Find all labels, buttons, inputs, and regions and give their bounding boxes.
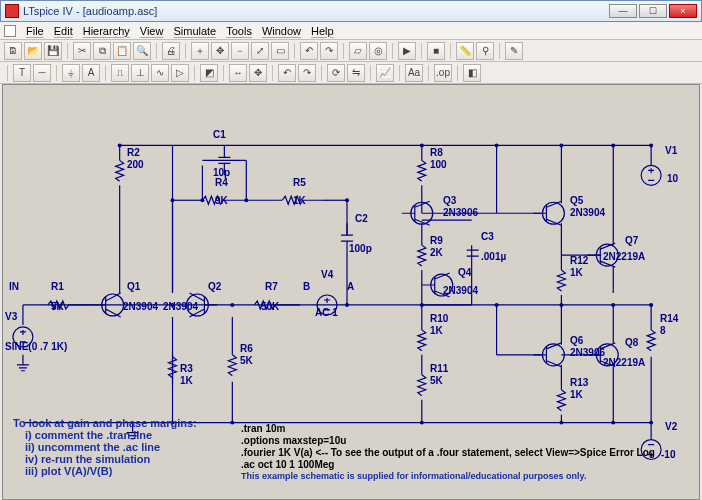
disclaimer: This example schematic is supplied for i… [241,471,586,481]
des-v4: V4 [321,269,333,280]
des-q6: Q6 [570,335,583,346]
tool-undo-button[interactable]: ↶ [300,42,318,60]
val-q6: 2N3906 [570,347,605,358]
toolbar-separator [56,65,57,81]
maximize-button[interactable]: ☐ [639,4,667,18]
tool-op-button[interactable]: .op [434,64,452,82]
toolbar-separator [399,65,400,81]
tool-ruler-button[interactable]: 📏 [456,42,474,60]
val-r8: 100 [430,159,447,170]
des-r1: R1 [51,281,64,292]
tool-move-button[interactable]: ↔ [229,64,247,82]
tool-rot-button[interactable]: ⟳ [327,64,345,82]
tool-undo-button[interactable]: ↶ [278,64,296,82]
svg-point-6 [171,198,175,202]
toolbar-separator [428,65,429,81]
val-r4: 9K [215,195,228,206]
tool-find-button[interactable]: 🔍 [133,42,151,60]
tool-label-button[interactable]: A [82,64,100,82]
toolbar-separator [457,65,458,81]
tool-diode-button[interactable]: ▷ [171,64,189,82]
tool-zoom-in-button[interactable]: ＋ [191,42,209,60]
tool-wire-button[interactable]: ─ [33,64,51,82]
tool-res-button[interactable]: ⎍ [111,64,129,82]
tool-cap-button[interactable]: ⊥ [131,64,149,82]
des-c3: C3 [481,231,494,242]
tool-txt-button[interactable]: Aa [405,64,423,82]
tool-copy-button[interactable]: ⧉ [93,42,111,60]
tool-probe-button[interactable]: ⚲ [476,42,494,60]
tool-plot-button[interactable]: 📈 [376,64,394,82]
toolbar-separator [343,43,344,59]
menubar[interactable]: File Edit Hierarchy View Simulate Tools … [0,22,702,40]
tool-comp-button[interactable]: ◩ [200,64,218,82]
des-c1: C1 [213,129,226,140]
svg-point-19 [230,421,234,425]
tool-print-button[interactable]: 🖨 [162,42,180,60]
note-line-2: ii) uncomment the .ac line [25,441,160,453]
tool-redo-button[interactable]: ↷ [320,42,338,60]
menu-simulate[interactable]: Simulate [169,25,220,37]
toolbar-row-1[interactable]: 🗎📂💾✂⧉📋🔍🖨＋✥－⤢▭↶↷▱◎▶■📏⚲✎ [0,40,702,62]
tool-ind-button[interactable]: ∿ [151,64,169,82]
tool-hier-button[interactable]: ◧ [463,64,481,82]
spice-dir-3: .fourier 1K V(a) <-- To see the output o… [241,447,655,458]
tool-drag-button[interactable]: ✥ [249,64,267,82]
net-a: A [347,281,354,292]
toolbar-separator [421,43,422,59]
tool-open-button[interactable]: 📂 [24,42,42,60]
toolbar-separator [185,43,186,59]
tool-zoom-rect-button[interactable]: ▭ [271,42,289,60]
tool-gnd-button[interactable]: ⏚ [62,64,80,82]
val-q4: 2N3904 [443,285,478,296]
schematic-canvas[interactable]: IN B A R2 200 C1 10p R4 9K R5 1K R8 100 … [2,84,700,500]
toolbar-separator [272,65,273,81]
val-r1: 5K [51,301,64,312]
tool-run-button[interactable]: ▶ [398,42,416,60]
val-q3: 2N3906 [443,207,478,218]
des-v1: V1 [665,145,677,156]
svg-point-23 [649,421,653,425]
menu-view[interactable]: View [136,25,168,37]
toolbar-separator [7,65,8,81]
tool-mir-button[interactable]: ⇋ [347,64,365,82]
tool-cut-button[interactable]: ✂ [73,42,91,60]
svg-point-4 [611,143,615,147]
val-r12: 1K [570,267,583,278]
val-r14: 8 [660,325,666,336]
val-v3: SINE(0 .7 1K) [5,341,67,352]
menu-help[interactable]: Help [307,25,338,37]
des-r9: R9 [430,235,443,246]
tool-redo-button[interactable]: ↷ [298,64,316,82]
toolbar-separator [321,65,322,81]
menu-edit[interactable]: Edit [50,25,77,37]
val-r2: 200 [127,159,144,170]
tool-save-button[interactable]: 💾 [44,42,62,60]
menu-tools[interactable]: Tools [222,25,256,37]
tool-notes-button[interactable]: ✎ [505,42,523,60]
toolbar-row-2[interactable]: T─⏚A⎍⊥∿▷◩↔✥↶↷⟳⇋📈Aa.op◧ [0,62,702,84]
minimize-button[interactable]: — [609,4,637,18]
menu-window[interactable]: Window [258,25,305,37]
des-r2: R2 [127,147,140,158]
svg-point-3 [559,143,563,147]
tool-text-button[interactable]: T [13,64,31,82]
tool-zoom-out-button[interactable]: － [231,42,249,60]
tool-zoom-fit-button[interactable]: ⤢ [251,42,269,60]
tool-sel-button[interactable]: ▱ [349,42,367,60]
val-v2: -10 [661,449,675,460]
tool-paste-button[interactable]: 📋 [113,42,131,60]
tool-pan-button[interactable]: ✥ [211,42,229,60]
svg-point-21 [559,421,563,425]
menu-file[interactable]: File [22,25,48,37]
tool-stop-button[interactable]: ■ [427,42,445,60]
tool-new-button[interactable]: 🗎 [4,42,22,60]
des-r8: R8 [430,147,443,158]
des-c2: C2 [355,213,368,224]
spice-dir-1: .tran 10m [241,423,285,434]
net-b: B [303,281,310,292]
menu-hierarchy[interactable]: Hierarchy [79,25,134,37]
val-c3: .001µ [481,251,506,262]
tool-marker-button[interactable]: ◎ [369,42,387,60]
close-button[interactable]: × [669,4,697,18]
